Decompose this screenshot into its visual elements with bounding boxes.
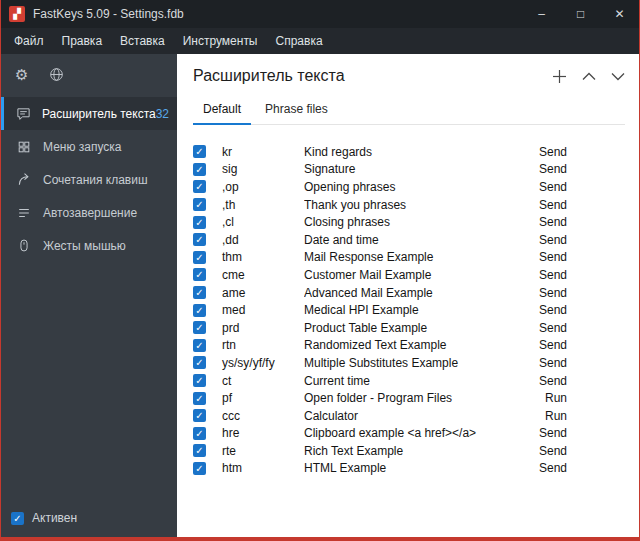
row-action-button[interactable]: Send [525, 303, 567, 317]
row-description: Thank you phrases [304, 198, 525, 212]
tab-default[interactable]: Default [193, 96, 251, 125]
table-row[interactable]: ✓ ,cl Closing phrases Send [193, 213, 567, 231]
menu-item-file[interactable]: Файл [5, 29, 53, 53]
menubar: Файл Правка Вставка Инструменты Справка [1, 28, 639, 54]
move-down-button[interactable] [611, 72, 625, 81]
row-abbreviation: ,op [222, 180, 304, 194]
table-row[interactable]: ✓ htm HTML Example Send [193, 460, 567, 478]
row-checkbox[interactable]: ✓ [193, 321, 206, 334]
row-checkbox[interactable]: ✓ [193, 268, 206, 281]
table-row[interactable]: ✓ kr Kind regards Send [193, 143, 567, 161]
sidebar-top-icons: ⚙ [1, 54, 177, 97]
table-row[interactable]: ✓ ,dd Date and time Send [193, 231, 567, 249]
sidebar-item-label: Жесты мышью [43, 239, 126, 253]
row-action-button[interactable]: Send [525, 162, 567, 176]
row-action-button[interactable]: Send [525, 356, 567, 370]
row-action-button[interactable]: Send [525, 321, 567, 335]
menu-item-edit[interactable]: Правка [53, 29, 112, 53]
sidebar-item-text-expander[interactable]: Расширитель текста 32 [1, 97, 177, 130]
row-action-button[interactable]: Send [525, 461, 567, 475]
row-action-button[interactable]: Send [525, 338, 567, 352]
active-checkbox[interactable]: ✓ [11, 512, 24, 525]
row-checkbox[interactable]: ✓ [193, 251, 206, 264]
globe-icon[interactable] [49, 67, 64, 82]
table-row[interactable]: ✓ ame Advanced Mail Example Send [193, 284, 567, 302]
row-checkbox[interactable]: ✓ [193, 374, 206, 387]
row-checkbox[interactable]: ✓ [193, 304, 206, 317]
table-row[interactable]: ✓ sig Signature Send [193, 161, 567, 179]
move-up-button[interactable] [582, 72, 596, 81]
add-item-button[interactable] [552, 69, 567, 84]
menu-item-insert[interactable]: Вставка [111, 29, 174, 53]
table-row[interactable]: ✓ ,op Opening phrases Send [193, 178, 567, 196]
row-action-button[interactable]: Run [525, 409, 567, 423]
status-bar: ✓ Активен [1, 511, 177, 537]
sidebar-item-mouse-gestures[interactable]: Жесты мышью [1, 229, 177, 262]
row-abbreviation: rte [222, 444, 304, 458]
row-checkbox[interactable]: ✓ [193, 462, 206, 475]
row-abbreviation: pf [222, 391, 304, 405]
row-action-button[interactable]: Run [525, 391, 567, 405]
tab-phrase-files[interactable]: Phrase files [255, 96, 338, 125]
row-action-button[interactable]: Send [525, 426, 567, 440]
sidebar-item-label: Сочетания клавиш [43, 173, 148, 187]
table-row[interactable]: ✓ ccc Calculator Run [193, 407, 567, 425]
row-action-button[interactable]: Send [525, 374, 567, 388]
gear-icon[interactable]: ⚙ [15, 67, 28, 82]
menu-item-help[interactable]: Справка [267, 29, 332, 53]
row-checkbox[interactable]: ✓ [193, 233, 206, 246]
row-abbreviation: cme [222, 268, 304, 282]
row-checkbox[interactable]: ✓ [193, 216, 206, 229]
table-row[interactable]: ✓ cme Customer Mail Example Send [193, 266, 567, 284]
row-checkbox[interactable]: ✓ [193, 145, 206, 158]
table-row[interactable]: ✓ ys/sy/yf/fy Multiple Substitutes Examp… [193, 354, 567, 372]
close-button[interactable]: ✕ [600, 0, 639, 28]
sidebar-item-autocomplete[interactable]: Автозавершение [1, 196, 177, 229]
titlebar: ▞ FastKeys 5.09 - Settings.fdb – □ ✕ [1, 0, 639, 28]
row-action-button[interactable]: Send [525, 215, 567, 229]
row-checkbox[interactable]: ✓ [193, 198, 206, 211]
row-checkbox[interactable]: ✓ [193, 409, 206, 422]
row-checkbox[interactable]: ✓ [193, 392, 206, 405]
table-row[interactable]: ✓ prd Product Table Example Send [193, 319, 567, 337]
sidebar-nav: Расширитель текста 32 Меню запуска Сочет… [1, 97, 177, 262]
row-action-button[interactable]: Send [525, 233, 567, 247]
row-description: Date and time [304, 233, 525, 247]
row-action-button[interactable]: Send [525, 145, 567, 159]
row-action-button[interactable]: Send [525, 180, 567, 194]
row-action-button[interactable]: Send [525, 286, 567, 300]
menu-item-tools[interactable]: Инструменты [174, 29, 267, 53]
row-description: Customer Mail Example [304, 268, 525, 282]
row-abbreviation: ,th [222, 198, 304, 212]
page-title: Расширитель текста [193, 67, 345, 85]
row-abbreviation: ys/sy/yf/fy [222, 356, 304, 370]
sidebar-item-shortcuts[interactable]: Сочетания клавиш [1, 163, 177, 196]
row-checkbox[interactable]: ✓ [193, 356, 206, 369]
table-row[interactable]: ✓ pf Open folder - Program Files Run [193, 389, 567, 407]
table-row[interactable]: ✓ rtn Randomized Text Example Send [193, 337, 567, 355]
row-checkbox[interactable]: ✓ [193, 180, 206, 193]
row-abbreviation: ct [222, 374, 304, 388]
row-description: Mail Response Example [304, 250, 525, 264]
table-row[interactable]: ✓ ct Current time Send [193, 372, 567, 390]
table-row[interactable]: ✓ rte Rich Text Example Send [193, 442, 567, 460]
row-checkbox[interactable]: ✓ [193, 163, 206, 176]
table-row[interactable]: ✓ thm Mail Response Example Send [193, 249, 567, 267]
sidebar-item-start-menu[interactable]: Меню запуска [1, 130, 177, 163]
table-row[interactable]: ✓ hre Clipboard example <a href></a> Sen… [193, 425, 567, 443]
row-action-button[interactable]: Send [525, 250, 567, 264]
row-checkbox[interactable]: ✓ [193, 339, 206, 352]
row-action-button[interactable]: Send [525, 444, 567, 458]
row-checkbox[interactable]: ✓ [193, 286, 206, 299]
row-action-button[interactable]: Send [525, 268, 567, 282]
row-checkbox[interactable]: ✓ [193, 427, 206, 440]
maximize-button[interactable]: □ [561, 0, 600, 28]
sidebar-item-badge: 32 [156, 107, 169, 121]
row-abbreviation: ccc [222, 409, 304, 423]
table-row[interactable]: ✓ med Medical HPI Example Send [193, 301, 567, 319]
table-row[interactable]: ✓ ,th Thank you phrases Send [193, 196, 567, 214]
row-description: Current time [304, 374, 525, 388]
row-action-button[interactable]: Send [525, 198, 567, 212]
minimize-button[interactable]: – [522, 0, 561, 28]
row-checkbox[interactable]: ✓ [193, 444, 206, 457]
